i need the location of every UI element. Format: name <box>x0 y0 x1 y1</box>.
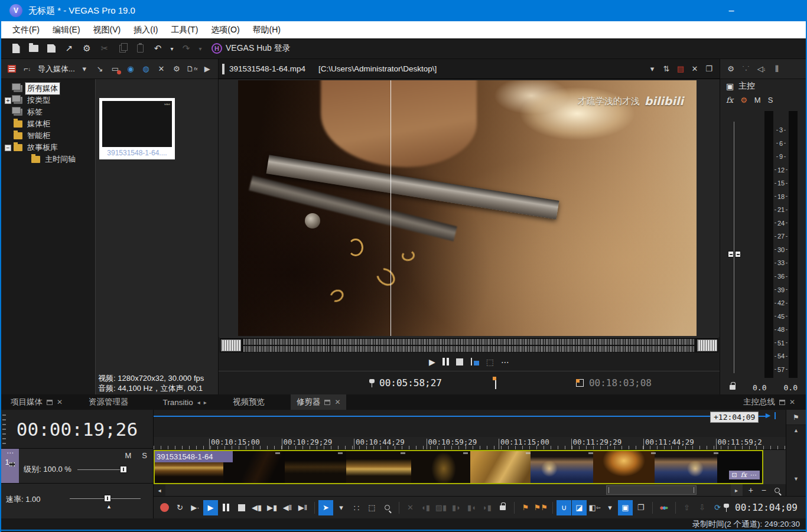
track-solo-button[interactable]: S <box>142 451 147 460</box>
scroll-up-button[interactable]: ▲ <box>786 425 806 436</box>
tree-item[interactable]: 所有媒体 <box>1 83 95 94</box>
import-media-button[interactable]: 导入媒体... <box>38 64 75 74</box>
tab-master-bus[interactable]: 主控总线 ✕ <box>737 394 801 410</box>
bus-window-icon[interactable]: ▣ <box>726 81 734 91</box>
pause-button[interactable] <box>219 500 233 515</box>
fade-tool-4[interactable]: ▮◖ <box>464 500 479 515</box>
close-icon[interactable]: ✕ <box>57 398 63 406</box>
fade-tool-5[interactable]: ◗▮ <box>480 500 494 515</box>
get-media-from-web-icon[interactable]: ◍ <box>139 62 153 76</box>
current-timecode[interactable]: 00:12:04;09 <box>735 502 798 513</box>
trimmer-stop-button[interactable] <box>456 358 463 365</box>
mixer-sliders-icon[interactable]: ⫼ <box>770 62 784 76</box>
timeline-time-display[interactable]: 00:00:19;26 <box>1 410 153 449</box>
go-to-start-button[interactable]: ◀▮ <box>249 500 264 515</box>
trimmer-pause-button[interactable] <box>442 358 449 365</box>
settings-gear-icon[interactable]: ⚙ <box>79 41 95 56</box>
ripple-edit-button[interactable]: ◧⇦ <box>587 500 602 515</box>
scroll-right-button[interactable]: ▸ <box>731 484 743 496</box>
float-window-icon[interactable] <box>779 400 785 405</box>
media-thumbnail[interactable]: bilibili 391531548-1-64.... <box>99 98 175 159</box>
float-window-icon[interactable] <box>47 400 53 405</box>
selection-tool-button[interactable]: ⬚ <box>365 500 379 515</box>
float-window-icon[interactable] <box>324 400 330 405</box>
preview-stop-icon[interactable]: ▮ <box>216 62 218 76</box>
add-to-timeline-button[interactable] <box>470 358 479 365</box>
track-level-slider[interactable] <box>77 469 126 470</box>
rgb-scopes-button[interactable]: ●●● <box>656 500 671 515</box>
play-from-start-button[interactable]: ▶· <box>188 500 203 515</box>
zoom-tool-icon[interactable] <box>775 488 780 493</box>
open-project-button[interactable] <box>26 41 41 56</box>
rate-slider[interactable] <box>70 498 141 499</box>
media-manager-icon[interactable]: ▤ <box>673 64 688 73</box>
previous-frame-button[interactable]: ◀‖ <box>280 500 295 515</box>
tab-video-preview[interactable]: 视频预览 <box>227 394 271 410</box>
envelope-lock-button[interactable]: ▣ <box>618 500 633 515</box>
clear-button[interactable]: ✕ <box>403 500 418 515</box>
tab-scroll-right[interactable]: ▸ <box>204 399 210 406</box>
preview-play-icon[interactable]: ▶ <box>200 62 214 76</box>
menu-file[interactable]: 文件(F) <box>6 21 46 38</box>
capture-screenshot-icon[interactable]: ▭ <box>108 62 122 76</box>
menu-tools[interactable]: 工具(T) <box>164 21 204 38</box>
mixdown-button-2[interactable]: ⇩ <box>695 500 710 515</box>
redo-button[interactable]: ↷ <box>178 41 194 56</box>
event-buttons[interactable]: ⊡ fx ⋯ <box>729 471 760 479</box>
tab-trimmer[interactable]: 修剪器 ✕ <box>291 394 347 410</box>
marker-lane[interactable]: ▶ +12:04;09 <box>154 410 786 437</box>
loop-playback-button[interactable]: ↻ <box>173 500 187 515</box>
tab-scroll-left[interactable]: ◂ <box>197 399 204 406</box>
import-media-icon[interactable]: ⌐↓ <box>20 62 34 76</box>
ripple-dropdown[interactable]: ▾ <box>603 500 617 515</box>
import-dropdown[interactable]: ▾ <box>77 62 92 76</box>
meter-options-icon[interactable]: ˙˖˙ <box>739 62 753 76</box>
bus-automation-gear-icon[interactable]: ⚙ <box>740 96 747 105</box>
scrollbar-track[interactable] <box>165 484 731 496</box>
record-button[interactable] <box>157 500 172 515</box>
event-more-icon[interactable]: ⋯ <box>750 471 757 479</box>
media-manager-icon[interactable] <box>5 62 19 76</box>
bus-mute-button[interactable]: M <box>754 96 761 105</box>
trimmer-cursor-time[interactable]: 00:05:58;27 <box>379 377 442 389</box>
tab-explorer[interactable]: 资源管理器 <box>83 394 135 410</box>
edit-tool-dropdown[interactable]: ▾ <box>334 500 349 515</box>
go-to-end-button[interactable]: ▶▮ <box>265 500 279 515</box>
media-fx-icon[interactable]: 🗋fx <box>185 62 199 76</box>
menu-view[interactable]: 视图(V) <box>87 21 128 38</box>
tree-item[interactable]: 标签 <box>1 106 95 118</box>
downmix-speaker-icon[interactable]: ◁↓ <box>754 62 769 76</box>
trimmer-grip[interactable] <box>222 64 224 74</box>
volume-fader-handle[interactable] <box>728 251 741 257</box>
close-icon[interactable]: ✕ <box>789 398 795 406</box>
menu-options[interactable]: 选项(O) <box>204 21 246 38</box>
zoom-tool-button[interactable] <box>380 500 395 515</box>
marker-tool-button[interactable]: ⚑ <box>786 410 806 425</box>
trimmer-cursor-line[interactable] <box>391 80 391 336</box>
tree-item[interactable]: 主时间轴 <box>1 154 95 165</box>
video-track-lane[interactable]: 391531548-1-64 ⊡ fx ⋯ <box>154 450 786 484</box>
paste-button[interactable] <box>132 41 148 56</box>
trimmer-file-selector[interactable]: 391531548-1-64.mp4 [C:\Users\Administrat… <box>229 64 645 73</box>
bus-properties-gear-icon[interactable]: ⚙ <box>724 62 738 76</box>
tree-item[interactable]: 媒体柜 <box>1 118 95 130</box>
video-preview-frame[interactable]: 才疏学浅的才浅 bilibili <box>238 80 697 336</box>
trimmer-more-button[interactable]: ⋯ <box>501 357 509 367</box>
save-region-button[interactable]: ⬚ <box>486 357 494 367</box>
event-fx-icon[interactable]: fx <box>741 471 747 479</box>
trimmer-end-time[interactable]: 00:18:03;08 <box>589 377 652 389</box>
envelope-tool-button[interactable]: ⸬ <box>349 500 364 515</box>
scrollbar-thumb[interactable] <box>606 485 697 495</box>
normal-edit-tool-button[interactable]: ➤ <box>318 500 333 515</box>
trimmer-play-button[interactable]: ▶ <box>429 357 435 367</box>
undo-dropdown[interactable]: ▾ <box>168 41 176 56</box>
fade-tool-2[interactable]: ▨▮ <box>434 500 448 515</box>
menu-edit[interactable]: 编辑(E) <box>46 21 87 38</box>
tree-item[interactable]: 智能柜 <box>1 130 95 142</box>
close-icon[interactable]: ✕ <box>334 398 340 406</box>
insert-region-button[interactable]: ⚑⚑ <box>533 500 548 515</box>
tab-transitions[interactable]: Transitio ◂▸ <box>157 394 216 410</box>
track-mute-button[interactable]: M <box>125 451 131 460</box>
selection-start-icon[interactable] <box>495 377 496 389</box>
menu-insert[interactable]: 插入(I) <box>127 21 164 38</box>
